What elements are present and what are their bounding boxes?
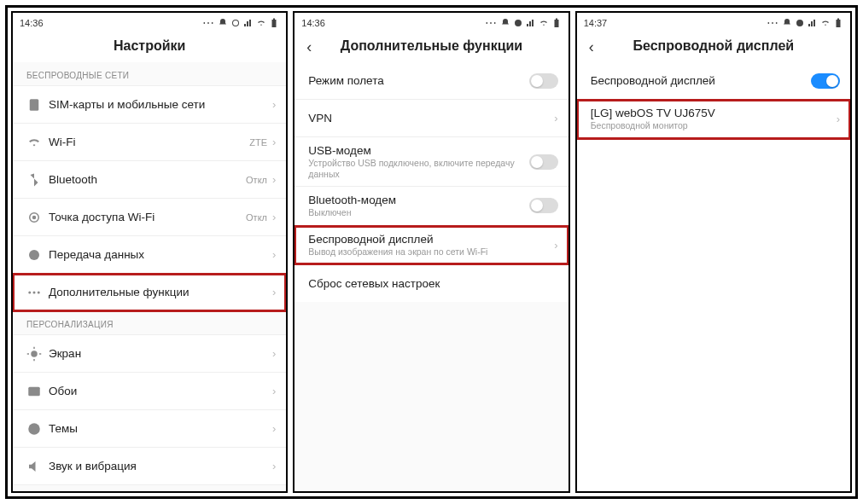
chevron-right-icon: › [272,173,276,186]
svg-rect-0 [30,99,39,111]
item-wallpaper[interactable]: Обои › [13,373,286,410]
toggle-bt-tether[interactable] [529,198,558,213]
back-button[interactable]: ‹ [589,38,594,56]
item-cast-device[interactable]: [LG] webOS TV UJ675V Беспроводной монито… [577,100,850,139]
status-icons: ⋯ [767,16,843,30]
status-icons: ⋯ [202,16,279,30]
item-wifi[interactable]: Wi-Fi ZTE › [13,124,286,161]
svg-point-5 [33,291,36,293]
more-icon: ⋯ [485,16,496,30]
item-vpn[interactable]: VPN › [294,100,568,137]
bluetooth-icon [26,172,49,188]
clock: 14:36 [301,18,325,28]
battery-icon [551,18,562,28]
sound-icon [26,459,49,474]
bell-off-icon [218,18,228,28]
svg-rect-8 [28,386,40,396]
wifi-icon [26,135,49,150]
page-title: Беспроводной дисплей [633,38,795,54]
phone-screen-more: 14:36 ⋯ ‹ Дополнительные функции Режим п… [293,11,569,493]
toggle-airplane[interactable] [529,73,558,89]
wifi-icon [820,18,831,28]
item-bt-tether[interactable]: Bluetooth-модем Выключен [294,187,568,226]
signal-icon [808,18,818,28]
title-bar: Настройки [13,32,286,62]
item-themes[interactable]: Темы › [13,410,286,448]
more-icon: ⋯ [202,16,213,30]
more-horiz-icon [26,285,49,300]
item-wireless-display[interactable]: Беспроводной дисплей Вывод изображения н… [294,226,568,265]
clock: 14:37 [584,18,608,28]
item-more-settings[interactable]: Дополнительные функции › [13,274,286,311]
display-icon [26,346,49,362]
empty-area [577,139,850,491]
empty-area [294,302,568,491]
chevron-right-icon: › [272,211,276,223]
data-icon [26,247,49,263]
signal-icon [526,18,536,28]
chevron-right-icon: › [272,286,276,298]
clock: 14:36 [20,18,44,28]
chevron-right-icon: › [272,248,276,261]
chevron-right-icon: › [272,460,276,472]
signal-icon [243,18,254,28]
item-display[interactable]: Экран › [13,335,286,373]
battery-icon [833,18,843,28]
phone-screen-cast: 14:37 ⋯ ‹ Беспроводной дисплей Беспровод… [575,11,852,493]
hotspot-icon [26,210,49,225]
item-hotspot[interactable]: Точка доступа Wi-Fi Откл › [13,199,286,236]
section-header-wireless: БЕСПРОВОДНЫЕ СЕТИ [13,62,286,86]
section-header-system: СИСТЕМА И УСТРОЙСТВО [13,485,286,493]
alarm-icon [513,18,523,28]
chevron-right-icon: › [272,385,276,397]
item-sim[interactable]: SIM-карты и мобильные сети › [13,86,286,124]
page-title: Настройки [114,38,185,54]
item-reset-network[interactable]: Сброс сетевых настроек [294,264,568,302]
item-cast-toggle[interactable]: Беспроводной дисплей [577,62,850,100]
chevron-right-icon: › [272,422,276,435]
item-usb-tether[interactable]: USB-модем Устройство USB подключено, вкл… [294,137,568,187]
page-title: Дополнительные функции [341,38,522,54]
item-airplane[interactable]: Режим полета [294,62,568,100]
wifi-icon [256,18,266,28]
chevron-right-icon: › [554,112,557,125]
bell-off-icon [500,18,510,28]
back-button[interactable]: ‹ [306,38,312,56]
image-icon [26,384,49,399]
wifi-icon [539,18,549,28]
chevron-right-icon: › [272,347,276,360]
svg-point-3 [29,250,39,260]
chevron-right-icon: › [554,239,557,252]
section-header-personal: ПЕРСОНАЛИЗАЦИЯ [13,311,286,335]
wifi-value: ZTE [249,137,267,148]
chevron-right-icon: › [837,113,840,125]
svg-point-9 [28,423,40,435]
more-icon: ⋯ [767,16,778,30]
alarm-icon [795,18,805,28]
svg-point-1 [32,215,37,219]
chevron-right-icon: › [272,136,276,148]
status-icons: ⋯ [485,16,562,30]
hotspot-value: Откл [246,212,267,223]
toggle-usb-tether[interactable] [529,154,558,170]
svg-point-6 [38,291,40,293]
status-bar: 14:36 ⋯ [13,13,286,32]
palette-icon [26,421,49,437]
bell-off-icon [782,18,792,28]
battery-icon [269,18,279,28]
item-bluetooth[interactable]: Bluetooth Откл › [13,161,286,199]
status-bar: 14:37 ⋯ [577,13,850,32]
status-bar: 14:36 ⋯ [294,13,568,32]
title-bar: ‹ Дополнительные функции [294,32,568,62]
svg-point-4 [28,291,31,293]
bt-value: Откл [246,175,267,185]
chevron-right-icon: › [272,98,276,111]
toggle-wireless-display[interactable] [811,73,840,89]
svg-point-7 [31,350,38,357]
sim-icon [26,97,49,113]
alarm-icon [230,18,241,28]
item-data-usage[interactable]: Передача данных › [13,236,286,274]
phone-screen-settings: 14:36 ⋯ Настройки БЕСПРОВОДНЫЕ СЕТИ SIM-… [11,11,288,493]
title-bar: ‹ Беспроводной дисплей [577,32,850,62]
item-sound[interactable]: Звук и вибрация › [13,448,286,485]
